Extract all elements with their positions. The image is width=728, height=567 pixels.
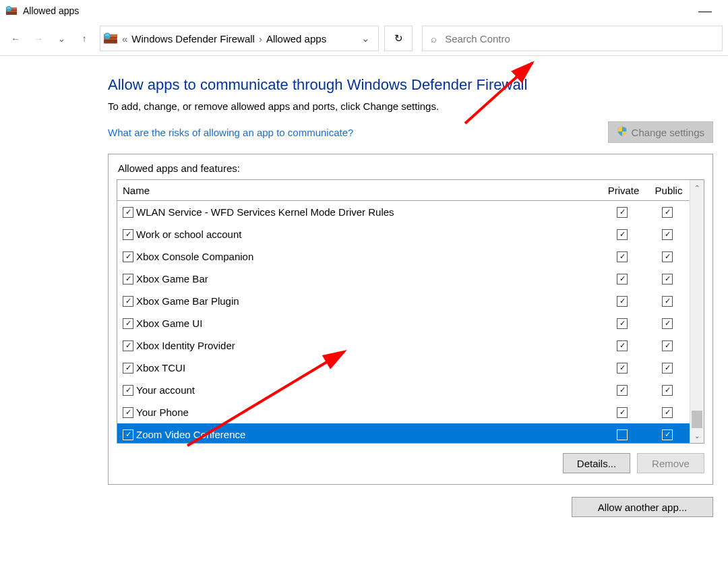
public-cell: [648, 207, 690, 218]
private-cell: [599, 340, 648, 351]
change-settings-button[interactable]: Change settings: [608, 121, 713, 143]
public-checkbox[interactable]: [662, 407, 673, 418]
column-public[interactable]: Public: [648, 185, 690, 196]
risks-link[interactable]: What are the risks of allowing an app to…: [108, 127, 353, 138]
public-checkbox[interactable]: [662, 251, 673, 262]
breadcrumb-firewall[interactable]: Windows Defender Firewall: [129, 33, 257, 44]
enable-checkbox[interactable]: [123, 385, 133, 396]
breadcrumb-allowed-apps[interactable]: Allowed apps: [264, 33, 329, 44]
public-checkbox[interactable]: [662, 340, 673, 351]
refresh-button[interactable]: ↻: [384, 26, 413, 51]
private-checkbox[interactable]: [617, 385, 628, 396]
table-row[interactable]: Work or school account: [117, 223, 690, 245]
app-name-label: Xbox Game Bar Plugin: [136, 295, 599, 307]
enable-checkbox[interactable]: [123, 251, 133, 262]
chevron-right-icon[interactable]: ›: [257, 33, 264, 44]
allowed-apps-groupbox: Allowed apps and features: Name Private …: [108, 154, 713, 485]
enable-checkbox[interactable]: [123, 207, 133, 218]
private-checkbox[interactable]: [617, 318, 628, 329]
private-checkbox[interactable]: [617, 407, 628, 418]
enable-checkbox[interactable]: [123, 296, 133, 307]
private-checkbox[interactable]: [617, 363, 628, 374]
up-button[interactable]: ↑: [74, 28, 94, 49]
enable-checkbox[interactable]: [123, 429, 133, 440]
refresh-icon: ↻: [394, 32, 403, 44]
search-box[interactable]: ⌕: [422, 26, 723, 51]
public-checkbox[interactable]: [662, 296, 673, 307]
private-checkbox[interactable]: [617, 207, 628, 218]
table-row[interactable]: Xbox TCUI: [117, 357, 690, 379]
toolbar: ← → ⌄ ↑ « Windows Defender Firewall › Al…: [0, 22, 728, 56]
table-row[interactable]: Xbox Game UI: [117, 312, 690, 334]
table-row[interactable]: Xbox Game Bar Plugin: [117, 290, 690, 312]
enable-checkbox[interactable]: [123, 318, 133, 329]
table-row[interactable]: Xbox Identity Provider: [117, 334, 690, 357]
allow-another-app-button[interactable]: Allow another app...: [572, 497, 713, 517]
column-private[interactable]: Private: [599, 185, 648, 196]
scroll-up-button[interactable]: ⌃: [690, 180, 704, 195]
enable-checkbox[interactable]: [123, 407, 133, 418]
remove-button[interactable]: Remove: [637, 453, 704, 473]
private-checkbox[interactable]: [617, 251, 628, 262]
table-row[interactable]: Your account: [117, 379, 690, 401]
app-name-label: Work or school account: [136, 229, 599, 240]
public-checkbox[interactable]: [662, 385, 673, 396]
public-cell: [648, 385, 690, 396]
private-checkbox[interactable]: [617, 296, 628, 307]
public-cell: [648, 296, 690, 307]
table-row[interactable]: Xbox Console Companion: [117, 245, 690, 268]
public-cell: [648, 274, 690, 285]
enable-checkbox[interactable]: [123, 229, 133, 240]
app-name-label: Your Phone: [136, 407, 599, 418]
minimize-button[interactable]: —: [688, 7, 723, 14]
allowed-apps-listview[interactable]: Name Private Public WLAN Service - WFD S…: [117, 179, 704, 444]
search-input[interactable]: [444, 32, 714, 45]
title-bar: Allowed apps —: [0, 0, 728, 22]
public-cell: [648, 229, 690, 240]
public-checkbox[interactable]: [662, 207, 673, 218]
app-name-label: Xbox Game Bar: [136, 273, 599, 285]
private-cell: [599, 429, 648, 440]
table-row[interactable]: Zoom Video Conference: [117, 423, 690, 443]
public-checkbox[interactable]: [662, 274, 673, 285]
table-row[interactable]: WLAN Service - WFD Services Kernel Mode …: [117, 201, 690, 223]
table-row[interactable]: Xbox Game Bar: [117, 268, 690, 290]
address-bar[interactable]: « Windows Defender Firewall › Allowed ap…: [100, 26, 379, 51]
app-name-label: Your account: [136, 384, 599, 396]
column-name[interactable]: Name: [117, 185, 599, 196]
public-checkbox[interactable]: [662, 318, 673, 329]
table-row[interactable]: Your Phone: [117, 401, 690, 423]
public-cell: [648, 363, 690, 374]
firewall-icon: [103, 31, 118, 46]
forward-button[interactable]: →: [28, 28, 49, 49]
private-checkbox[interactable]: [617, 340, 628, 351]
public-cell: [648, 340, 690, 351]
public-cell: [648, 318, 690, 329]
scroll-down-button[interactable]: ⌄: [690, 428, 704, 443]
scroll-thumb[interactable]: [692, 411, 702, 428]
enable-checkbox[interactable]: [123, 340, 133, 351]
details-button[interactable]: Details...: [563, 453, 630, 473]
enable-checkbox[interactable]: [123, 363, 133, 374]
list-header[interactable]: Name Private Public: [117, 180, 690, 201]
content-area: Allow apps to communicate through Window…: [0, 56, 728, 524]
app-name-label: Zoom Video Conference: [136, 429, 599, 440]
app-name-label: WLAN Service - WFD Services Kernel Mode …: [136, 206, 599, 218]
public-checkbox[interactable]: [662, 363, 673, 374]
private-checkbox[interactable]: [617, 229, 628, 240]
public-cell: [648, 407, 690, 418]
address-dropdown-button[interactable]: ⌄: [356, 32, 375, 44]
public-cell: [648, 429, 690, 440]
enable-checkbox[interactable]: [123, 274, 133, 285]
app-name-label: Xbox Console Companion: [136, 251, 599, 262]
private-checkbox[interactable]: [617, 274, 628, 285]
recent-locations-button[interactable]: ⌄: [51, 28, 71, 49]
breadcrumb-prefix: «: [121, 33, 129, 44]
scroll-track[interactable]: [690, 195, 704, 428]
public-checkbox[interactable]: [662, 229, 673, 240]
private-checkbox[interactable]: [617, 429, 628, 440]
back-button[interactable]: ←: [5, 28, 26, 49]
firewall-icon: [5, 5, 18, 17]
vertical-scrollbar[interactable]: ⌃ ⌄: [690, 180, 704, 443]
public-checkbox[interactable]: [662, 429, 673, 440]
